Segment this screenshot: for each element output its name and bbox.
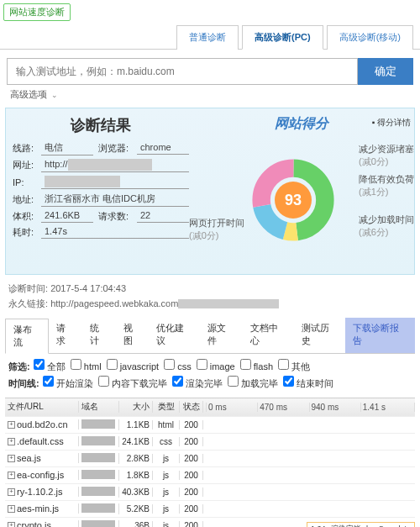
tab-source[interactable]: 源文件: [200, 318, 242, 353]
filter-css[interactable]: css: [164, 361, 192, 372]
timeline-结束时间[interactable]: 结束时间: [283, 378, 333, 388]
filters: 筛选: 全部 html javascript css image flash 其…: [8, 359, 412, 393]
url-bar: 确定: [7, 58, 413, 85]
result-tabs: 瀑布流 请求 统计 视图 优化建议 源文件 文档中心 测试历史 下载诊断报告: [5, 318, 415, 354]
tab-normal[interactable]: 普通诊断: [176, 25, 239, 50]
filter-javascript[interactable]: javascript: [107, 361, 160, 372]
expand-icon[interactable]: +: [8, 505, 15, 513]
expand-icon[interactable]: +: [8, 488, 15, 496]
tab-stats[interactable]: 统计: [82, 318, 116, 353]
score-panel: 网站得分 ▪ 得分详情 93 减少资源堵塞(减0分) 降低有效负荷(减1分) 减…: [189, 115, 411, 267]
tab-pc[interactable]: 高级诊断(PC): [242, 25, 323, 50]
expand-icon[interactable]: +: [8, 472, 15, 479]
expand-icon[interactable]: +: [8, 438, 15, 445]
filter-html[interactable]: html: [71, 361, 102, 372]
score-detail-link[interactable]: ▪ 得分详情: [372, 117, 411, 129]
expand-icon[interactable]: +: [8, 421, 15, 429]
timeline-开始渲染[interactable]: 开始渲染: [43, 378, 93, 388]
expand-icon[interactable]: +: [8, 455, 15, 462]
chevron-down-icon: ⌄: [51, 91, 58, 99]
table-row[interactable]: +ea-config.js 1.8KBjs200: [5, 467, 415, 484]
timeline-加载完毕[interactable]: 加载完毕: [228, 378, 278, 388]
table-row[interactable]: +ry-1.10.2.js 40.3KBjs200: [5, 484, 415, 501]
diagnosis-panel: 诊断结果 线路:电信浏览器:chrome 网址:http://x IP:x 地址…: [13, 115, 189, 267]
tab-docs[interactable]: 文档中心: [243, 318, 294, 353]
tab-history[interactable]: 测试历史: [294, 318, 345, 353]
tab-download[interactable]: 下载诊断报告: [345, 318, 415, 353]
tab-suggest[interactable]: 优化建议: [149, 318, 200, 353]
advanced-toggle[interactable]: 高级选项 ⌄: [10, 88, 410, 101]
filter-全部[interactable]: 全部: [34, 361, 66, 372]
filter-其他[interactable]: 其他: [278, 361, 310, 372]
filter-image[interactable]: image: [197, 361, 235, 372]
tab-requests[interactable]: 请求: [49, 318, 82, 353]
tab-view[interactable]: 视图: [116, 318, 150, 353]
mode-tabs: 普通诊断 高级诊断(PC) 高级诊断(移动): [0, 24, 420, 50]
diagnosis-title: 诊断结果: [13, 115, 189, 135]
submit-button[interactable]: 确定: [358, 58, 413, 85]
tab-waterfall[interactable]: 瀑布流: [5, 319, 49, 354]
timeline-渲染完毕[interactable]: 渲染完毕: [172, 378, 223, 388]
expand-icon[interactable]: +: [8, 522, 15, 527]
table-row[interactable]: +sea.js 2.8KBjs200: [5, 451, 415, 467]
page-badge: 网站速度诊断: [3, 3, 71, 21]
waterfall-table: 文件/URL 域名 大小 类型 状态 0 ms470 ms940 ms1.41 …: [5, 398, 415, 527]
url-input[interactable]: [7, 58, 358, 85]
filter-flash[interactable]: flash: [240, 361, 273, 372]
table-row[interactable]: +oud.bd2o.cn 1.1KBhtml200 189ms 开始渲染 dom…: [5, 417, 415, 434]
timeline-内容下载完毕[interactable]: 内容下载完毕: [98, 378, 167, 388]
table-row[interactable]: +.default.css 24.1KBcss200: [5, 434, 415, 451]
donut-chart: 93: [251, 158, 335, 242]
table-row[interactable]: +aes-min.js 5.2KBjs200: [5, 501, 415, 518]
tab-mobile[interactable]: 高级诊断(移动): [327, 25, 413, 50]
score-value: 93: [275, 182, 312, 219]
